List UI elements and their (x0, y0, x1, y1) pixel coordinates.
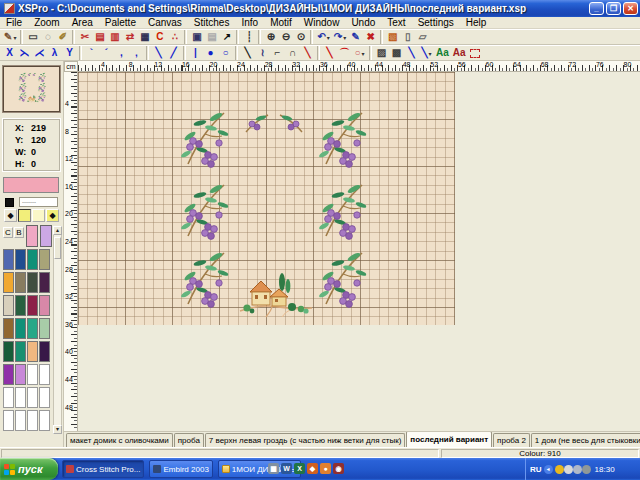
palette-color[interactable] (15, 341, 26, 362)
half-stitch-back[interactable]: ╲ (151, 46, 166, 60)
palette-color[interactable] (27, 341, 38, 362)
quick-launch-icon-1[interactable]: ▦ (268, 463, 279, 474)
pencil-tool[interactable]: ✎▾ (2, 30, 18, 44)
design-tab[interactable]: 7 верхн левая гроздь (с частью ниж ветки… (205, 433, 406, 447)
petite-stitch-sw[interactable]: , (114, 46, 129, 60)
palette-scroll-up[interactable]: ▴ (53, 226, 62, 235)
menu-undo[interactable]: Undo (345, 17, 381, 29)
selected-thread-swatch[interactable] (40, 225, 52, 247)
rotate-button[interactable]: C (152, 30, 167, 44)
word-icon[interactable]: W (281, 463, 292, 474)
three-quarter-stitch-nw[interactable]: ⋋ (17, 46, 32, 60)
palette-color[interactable] (15, 249, 26, 270)
curve-tool-red[interactable]: ⌒ (337, 46, 352, 60)
monitor-button[interactable]: ▣ (189, 30, 204, 44)
start-button[interactable]: пуск (0, 458, 58, 480)
maximize-button[interactable]: ❐ (606, 2, 621, 15)
palette-color[interactable] (39, 387, 50, 408)
design-tab[interactable]: макет домик с оливочками (66, 433, 173, 447)
palette-color[interactable] (39, 341, 50, 362)
redo-button[interactable]: ↷▾ (332, 30, 348, 44)
palette-color[interactable] (39, 410, 50, 431)
three-quarter-stitch-ne[interactable]: ⋌ (32, 46, 47, 60)
diamond-yellow-swatch[interactable]: ◆ (46, 209, 59, 222)
half-cross-y[interactable]: Y (62, 46, 77, 60)
text-tool-green[interactable]: Aa (434, 46, 451, 60)
quick-launch-icon-4[interactable]: ◆ (307, 463, 318, 474)
zoom-out-button[interactable]: ⊖ (278, 30, 293, 44)
tray-coin-icon[interactable] (555, 465, 564, 474)
palette-color[interactable] (39, 249, 50, 270)
palette-color[interactable] (3, 295, 14, 316)
half-cross-lambda[interactable]: λ (47, 46, 62, 60)
language-indicator[interactable]: RU (530, 465, 542, 474)
palette-scroll-thumb[interactable] (54, 237, 61, 259)
print-button[interactable]: ▤ (204, 30, 219, 44)
palette-color[interactable] (27, 249, 38, 270)
vertical-stitch[interactable]: | (188, 46, 203, 60)
menu-zoom[interactable]: Zoom (28, 17, 66, 29)
export-button[interactable]: ▱ (415, 30, 430, 44)
palette-color[interactable] (39, 272, 50, 293)
undo-button[interactable]: ↶▾ (315, 30, 331, 44)
menu-palette[interactable]: Palette (99, 17, 142, 29)
import-button[interactable]: ▧ (385, 30, 400, 44)
yellow-swatch-selected[interactable] (18, 209, 31, 222)
pattern-button[interactable]: ▦ (137, 30, 152, 44)
guide-lines-button[interactable]: ┊ (241, 30, 256, 44)
menu-window[interactable]: Window (298, 17, 346, 29)
petite-stitch-nw[interactable]: ` (84, 46, 99, 60)
button-b[interactable]: B (14, 227, 24, 238)
palette-scrollbar[interactable]: ▴ ▾ (53, 226, 62, 434)
palette-color[interactable] (27, 272, 38, 293)
pointer-arrow-button[interactable]: ↗ (219, 30, 234, 44)
palette-color[interactable] (15, 410, 26, 431)
paste-button[interactable]: ▥ (107, 30, 122, 44)
palette-color[interactable] (3, 318, 14, 339)
delete-button[interactable]: ✖ (363, 30, 378, 44)
quick-launch-icon-6[interactable]: ◉ (333, 463, 344, 474)
design-tab[interactable]: 1 дом (не весь для стыковки) (531, 433, 640, 447)
pattern-preview-thumbnail[interactable] (3, 66, 60, 112)
lasso-select-tool[interactable]: ◌ (40, 30, 55, 44)
palette-color[interactable] (27, 410, 38, 431)
line-style-thin[interactable]: ╲▾ (419, 46, 434, 60)
menu-info[interactable]: Info (235, 17, 264, 29)
draw-pen-button[interactable]: ✎ (348, 30, 363, 44)
black-color-swatch[interactable] (5, 198, 14, 207)
palette-color[interactable] (15, 387, 26, 408)
menu-canvas[interactable]: Canvas (142, 17, 188, 29)
backstitch-corner[interactable]: ⌐ (270, 46, 285, 60)
palette-color[interactable] (27, 295, 38, 316)
palette-color[interactable] (27, 387, 38, 408)
menu-file[interactable]: File (0, 17, 28, 29)
zoom-reset-button[interactable]: ⊙ (293, 30, 308, 44)
petite-stitch-ne[interactable]: ´ (99, 46, 114, 60)
palette-color[interactable] (27, 318, 38, 339)
palette-color[interactable] (3, 387, 14, 408)
menu-text[interactable]: Text (381, 17, 411, 29)
zoom-in-button[interactable]: ⊕ (263, 30, 278, 44)
current-color-bar[interactable] (3, 177, 59, 193)
menu-help[interactable]: Help (460, 17, 493, 29)
motif-grid-1[interactable]: ▨ (374, 46, 389, 60)
backstitch-loop[interactable]: ∩ (285, 46, 300, 60)
ellipse-tool[interactable]: ○▾ (352, 46, 367, 60)
design-tab[interactable]: проба (174, 433, 204, 447)
palette-color[interactable] (3, 410, 14, 431)
tray-collapse-chevron-icon[interactable]: ◂ (544, 465, 553, 474)
palette-color[interactable] (15, 318, 26, 339)
palette-color[interactable] (15, 272, 26, 293)
menu-area[interactable]: Area (66, 17, 99, 29)
copy-button[interactable]: ▤ (92, 30, 107, 44)
bead-filled[interactable]: ● (203, 46, 218, 60)
selected-thread-swatch[interactable] (26, 225, 38, 247)
excel-icon[interactable]: X (294, 463, 305, 474)
tray-app-icon-3[interactable] (582, 465, 591, 474)
minimize-button[interactable]: _ (589, 2, 604, 15)
menu-settings[interactable]: Settings (412, 17, 460, 29)
new-doc-button[interactable]: ▯ (400, 30, 415, 44)
task-cross-stitch-pro[interactable]: Cross Stitch Pro... (62, 460, 144, 478)
cut-button[interactable]: ✂ (77, 30, 92, 44)
diamond-swatch[interactable]: ◆ (4, 209, 17, 222)
